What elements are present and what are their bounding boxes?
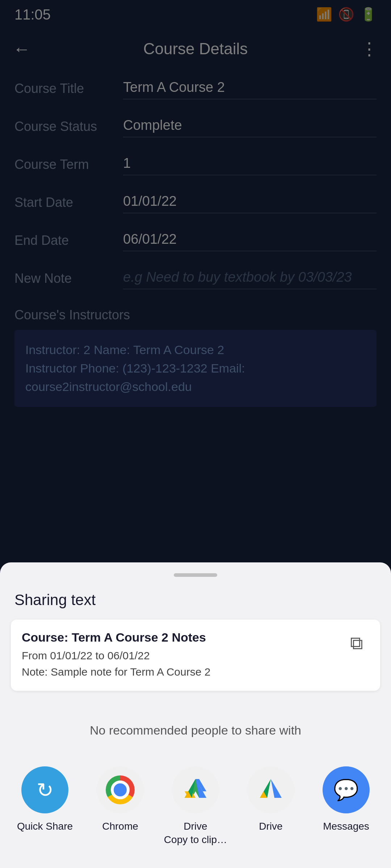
share-text-content: Course: Term A Course 2 Notes From 01/01…: [22, 630, 337, 680]
quick-share-icon: ↻: [37, 778, 54, 802]
messages-icon: 💬: [333, 778, 359, 802]
quick-share-label: Quick Share: [17, 820, 73, 833]
drag-handle: [174, 573, 217, 577]
app-quick-share[interactable]: ↻ Quick Share: [12, 766, 77, 846]
drive-copy-label: DriveCopy to clip…: [164, 820, 227, 846]
chrome-icon: [106, 775, 135, 804]
sheet-title: Sharing text: [0, 591, 391, 620]
chrome-label: Chrome: [102, 820, 138, 833]
no-recommended-text: No recommended people to share with: [0, 702, 391, 766]
svg-marker-9: [271, 779, 282, 798]
app-drive[interactable]: Drive: [238, 766, 303, 846]
copy-to-clipboard-button[interactable]: ⧉: [344, 630, 369, 656]
messages-icon-circle: 💬: [323, 766, 370, 813]
drive-icon: [256, 775, 285, 804]
share-text-main: Course: Term A Course 2 Notes: [22, 630, 337, 644]
drive-copy-icon: [181, 775, 210, 804]
apps-row: ↻ Quick Share Chrome: [0, 766, 391, 846]
drive-label: Drive: [259, 820, 282, 833]
share-text-card: Course: Term A Course 2 Notes From 01/01…: [11, 620, 380, 691]
drive-copy-icon-circle: [172, 766, 219, 813]
app-messages[interactable]: 💬 Messages: [314, 766, 379, 846]
app-chrome[interactable]: Chrome: [88, 766, 153, 846]
copy-icon: ⧉: [350, 633, 363, 654]
share-text-sub1: From 01/01/22 to 06/01/22: [22, 647, 337, 664]
chrome-icon-circle: [97, 766, 144, 813]
app-drive-copy[interactable]: DriveCopy to clip…: [163, 766, 228, 846]
messages-label: Messages: [323, 820, 369, 833]
bottom-sheet: Sharing text Course: Term A Course 2 Not…: [0, 562, 391, 868]
share-text-sub2: Note: Sample note for Term A Course 2: [22, 664, 337, 680]
quick-share-icon-circle: ↻: [21, 766, 68, 813]
drive-icon-circle: [247, 766, 294, 813]
